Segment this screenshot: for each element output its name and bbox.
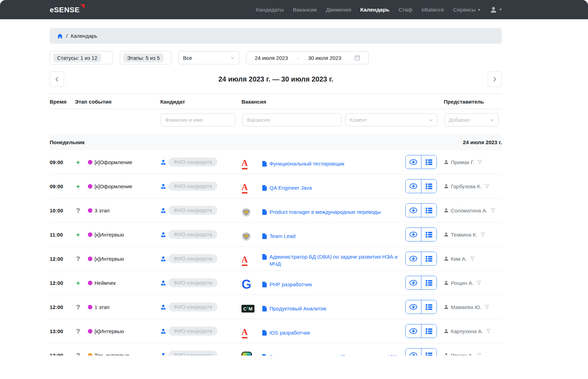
nav-item-2[interactable]: Движения (326, 7, 351, 13)
calendar-icon (355, 55, 360, 61)
candidate-person-icon (160, 256, 166, 262)
vacancy-search-input[interactable] (242, 113, 342, 126)
list-icon (426, 159, 432, 165)
statuses-filter[interactable]: Статусы: 1 из 12 (50, 51, 113, 64)
view-button[interactable] (406, 204, 421, 217)
event-time: 09:00 (50, 159, 75, 165)
details-button[interactable] (421, 252, 436, 265)
list-icon (426, 232, 432, 238)
user-menu[interactable] (490, 6, 502, 14)
vacancy-link[interactable]: QA Engineer Java (270, 184, 312, 191)
table-header: Время Этап события Кандидат Вакансия Пре… (50, 94, 502, 109)
filter-funnel-icon[interactable] (485, 305, 489, 309)
document-icon (262, 254, 267, 260)
arrow-right-icon: → (296, 55, 301, 61)
details-button[interactable] (421, 300, 436, 314)
event-row: 10:00 ? 3 этап ФИО кандидата Product man… (50, 198, 502, 223)
breadcrumb-current: Календарь (71, 33, 97, 39)
filter-funnel-icon[interactable] (477, 160, 482, 164)
vacancy-link[interactable]: PHP разработчик (270, 281, 312, 288)
candidate-person-icon (160, 280, 166, 286)
company-logo: А (241, 255, 262, 266)
representative-person-icon (444, 280, 449, 285)
company-logo: А (241, 183, 262, 194)
week-navigation: 24 июля 2023 г. — 30 июля 2023 г. (50, 71, 502, 87)
stage-label: [к]Интервью (94, 328, 124, 334)
filter-funnel-icon[interactable] (470, 257, 475, 261)
nav-item-3[interactable]: Календарь (360, 7, 389, 13)
date-to: 30 июля 2023 (308, 55, 342, 61)
added-by-placeholder: Добавил (449, 117, 470, 123)
status-icon: + (75, 159, 81, 166)
vacancy-link[interactable]: Продуктовый Аналитик (270, 305, 326, 312)
home-icon[interactable] (57, 33, 63, 39)
row-actions (405, 348, 437, 356)
view-button[interactable] (406, 155, 421, 169)
view-button[interactable] (406, 349, 421, 356)
details-button[interactable] (421, 180, 436, 193)
event-time: 13:00 (50, 352, 75, 356)
nav-item-4[interactable]: Стаф (399, 7, 413, 13)
candidate-name-placeholder: ФИО кандидата (168, 230, 217, 239)
view-button[interactable] (406, 180, 421, 193)
nav-item-5[interactable]: eBalance (421, 7, 444, 13)
details-button[interactable] (421, 349, 436, 356)
app-window: eSENSE КандидатыВакансииДвиженияКалендар… (0, 0, 588, 356)
event-rows: 09:00 + [к]Оформление ФИО кандидата А Фу… (50, 150, 502, 356)
vacancy-link[interactable]: iOS разработчик (270, 329, 310, 336)
stages-filter[interactable]: Этапы: 5 из 5 (120, 51, 172, 64)
view-button[interactable] (406, 324, 421, 338)
status-icon: + (75, 280, 81, 286)
filter-funnel-icon[interactable] (481, 232, 485, 237)
client-select[interactable]: Клиент (345, 113, 438, 126)
details-button[interactable] (421, 324, 436, 338)
nav-item-0[interactable]: Кандидаты (256, 7, 284, 13)
document-icon (262, 282, 267, 288)
view-button[interactable] (406, 228, 421, 241)
date-range-picker[interactable]: 24 июля 2023 → 30 июля 2023 (246, 51, 369, 64)
filter-funnel-icon[interactable] (486, 329, 491, 334)
logo[interactable]: eSENSE (50, 6, 80, 14)
prev-week-button[interactable] (50, 71, 64, 87)
details-button[interactable] (421, 228, 436, 241)
document-icon (262, 330, 267, 336)
next-week-button[interactable] (488, 71, 502, 87)
stage-label: 1 этап (94, 304, 110, 310)
chevron-down-icon (499, 9, 502, 10)
representative-person-icon (444, 160, 449, 164)
event-row: 09:00 + [к]Оформление ФИО кандидата А Фу… (50, 150, 502, 174)
list-icon (426, 208, 432, 213)
filter-funnel-icon[interactable] (477, 281, 481, 285)
nav-item-6[interactable]: Сервисы (453, 7, 481, 13)
representative-person-icon (444, 232, 449, 237)
company-logo: C2M (241, 305, 262, 313)
day-name: Понедельник (50, 139, 85, 145)
filter-funnel-icon[interactable] (491, 208, 495, 213)
stage-label: [к]Оформление (94, 159, 132, 165)
details-button[interactable] (421, 155, 436, 169)
representative-person-icon (444, 304, 449, 309)
vacancy-link[interactable]: Функциональный тестировщик (270, 160, 344, 167)
top-navbar: eSENSE КандидатыВакансииДвиженияКалендар… (0, 0, 588, 19)
vacancy-link[interactable]: Team Lead (270, 233, 295, 240)
nav-menu: КандидатыВакансииДвиженияКалендарьСтафeB… (256, 7, 481, 13)
candidate-search-input[interactable] (160, 113, 236, 126)
filter-funnel-icon[interactable] (477, 353, 481, 356)
stage-dot-icon (88, 281, 92, 285)
col-header-vacancy: Вакансия (241, 99, 405, 105)
vacancy-link[interactable]: Руководитель направления ИТ-сопровождени… (270, 353, 397, 356)
view-button[interactable] (406, 300, 421, 314)
vacancy-link[interactable]: Администратор БД (DBA) по задаче развити… (270, 253, 405, 268)
type-select[interactable]: Все (178, 51, 239, 64)
representative-name: Гарбузова К. (451, 183, 482, 189)
filter-funnel-icon[interactable] (485, 184, 489, 189)
view-button[interactable] (406, 252, 421, 265)
added-by-select[interactable]: Добавил (444, 113, 499, 126)
logo-text: eSENSE (50, 6, 80, 14)
vacancy-link[interactable]: Product manager в международные переводы (270, 209, 381, 216)
view-button[interactable] (406, 276, 421, 289)
list-icon (426, 304, 432, 310)
nav-item-1[interactable]: Вакансии (293, 7, 317, 13)
details-button[interactable] (421, 276, 436, 289)
details-button[interactable] (421, 204, 436, 217)
